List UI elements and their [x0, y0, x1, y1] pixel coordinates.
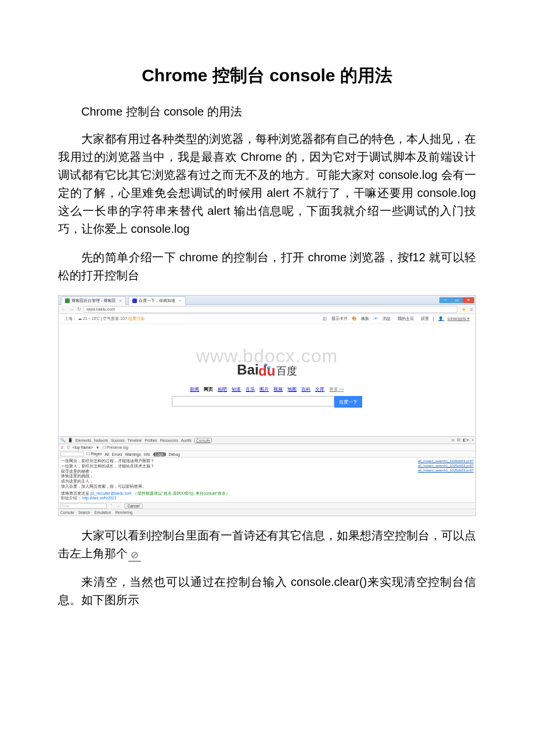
devtools-tab[interactable]: Profiles	[145, 438, 157, 442]
find-bar: Find ⌃ ⌄ Cancel	[59, 502, 475, 509]
screenshot-figure: 博客园后台管理 - 博客园 × 百度一下，你就知道 × ─ ▭ ✕ ← → ↻ …	[58, 295, 476, 516]
filter-debug[interactable]: Debug	[169, 452, 180, 456]
filter-input[interactable]	[60, 452, 84, 456]
devtools-tab[interactable]: Network	[94, 438, 108, 442]
devtools-tab[interactable]: Elements	[75, 438, 91, 442]
source-link[interactable]: all_instant_search1_1025db53.js:87	[407, 468, 474, 473]
close-tab-icon[interactable]: ×	[119, 298, 122, 303]
console-body: 一张网页，要经历怎样的过程，才能抵达用户面前？ 一位新人，要经历怎样的成长，才能…	[59, 458, 475, 502]
device-icon[interactable]: 📱	[68, 438, 73, 442]
drawer-tab[interactable]: Search	[78, 510, 91, 514]
job-link[interactable]: http://dwz.cn/hr2013	[82, 496, 117, 500]
frame-select[interactable]: <top frame>	[73, 445, 93, 449]
filter-warnings[interactable]: Warnings	[125, 452, 141, 456]
regex-checkbox[interactable]: ☐ Regex	[86, 452, 102, 456]
devtools-tab[interactable]: Resources	[160, 438, 178, 442]
weather-info: 上海： ☁ 21～16℃ | 空气质量:107 轻度污染	[64, 316, 145, 322]
preserve-log-checkbox[interactable]: ☐ Preserve log	[103, 445, 128, 450]
menu-icon[interactable]: ≡	[470, 307, 473, 312]
window-buttons: ─ ▭ ✕	[439, 297, 474, 304]
paw-icon: 🐾	[264, 363, 270, 369]
nav-links: 新闻 网页 贴吧 知道 音乐 图片 视频 地图 百科 文库 更多>>	[59, 386, 475, 393]
page-title: Chrome 控制台 console 的用法	[58, 64, 476, 88]
top-link[interactable]: 📧 消息	[373, 316, 391, 321]
drawer-tab[interactable]: Console	[60, 510, 74, 514]
filter-all[interactable]: All	[105, 452, 109, 456]
search-button[interactable]: 百度一下	[334, 396, 362, 408]
drawer-icon[interactable]: ⧉	[452, 438, 454, 442]
nav-link[interactable]: 视频	[273, 386, 283, 393]
close-devtools-icon[interactable]: ×	[471, 438, 474, 442]
close-tab-icon[interactable]: ×	[179, 298, 182, 303]
search-input[interactable]	[172, 396, 334, 406]
gear-icon[interactable]: ⚙	[457, 438, 460, 442]
console-line: 成为这里的主人；	[61, 479, 403, 484]
search-icon[interactable]: 🔍	[60, 438, 65, 442]
drawer-tab[interactable]: Emulation	[94, 510, 111, 514]
devtools-tab[interactable]: Audits	[181, 438, 192, 442]
back-button[interactable]: ←	[61, 307, 67, 312]
nav-link[interactable]: 地图	[287, 386, 297, 393]
top-links: 📰 显示卡片 🎨 换肤 📧 消息 我的主页 设置 | 👤 sdnangela ▾	[319, 316, 470, 322]
minimize-button[interactable]: ─	[439, 297, 451, 303]
drawer-tab[interactable]: Rendering	[115, 510, 132, 514]
paragraph-1: 大家都有用过各种类型的浏览器，每种浏览器都有自己的特色，本人拙见，在我用过的浏览…	[58, 130, 476, 238]
devtools-tabs: 🔍 📱 Elements Network Sources Timeline Pr…	[59, 437, 475, 444]
nav-link[interactable]: 文库	[315, 386, 324, 393]
forward-button[interactable]: →	[68, 307, 74, 312]
filter-info[interactable]: Info	[144, 452, 150, 456]
devtools-panel: 🔍 📱 Elements Network Sources Timeline Pr…	[59, 436, 475, 516]
console-line: 职位介绍： http://dwz.cn/hr2013	[61, 496, 403, 501]
user-link[interactable]: 👤 sdnangela ▾	[438, 316, 470, 321]
browser-tab-2[interactable]: 百度一下，你就知道 ×	[128, 296, 186, 305]
console-line: 请将简历发送至 ps_recruiter@baidu.com （ 邮件标题请以"…	[61, 491, 403, 496]
reload-button[interactable]: ↻	[76, 307, 82, 312]
maximize-button[interactable]: ▭	[451, 297, 463, 303]
find-input[interactable]: Find	[60, 503, 107, 509]
url-text: www.baidu.com	[86, 307, 115, 311]
separator: |	[433, 316, 435, 321]
source-link[interactable]: all_instant_search1_1025db53.js:87	[407, 463, 474, 468]
filter-logs-active[interactable]: Logs	[153, 452, 166, 456]
logo-cn: 百度	[276, 364, 297, 378]
top-link[interactable]: 📰 显示卡片	[322, 316, 348, 321]
devtools-tab-active[interactable]: Console	[194, 438, 212, 443]
paragraph-2: 先的简单介绍一下 chrome 的控制台，打开 chrome 浏览器，按f12 …	[58, 249, 476, 285]
nav-link[interactable]: 知道	[232, 386, 241, 393]
logo-bai: Bai	[237, 362, 258, 378]
dropdown-icon[interactable]: ▼	[96, 445, 99, 449]
source-link[interactable]: all_instant_search1_1025db53.js:87	[407, 459, 474, 463]
nav-link[interactable]: 百科	[301, 386, 311, 393]
email-link[interactable]: ps_recruiter@baidu.com	[91, 491, 132, 495]
page-content: 上海： ☁ 21～16℃ | 空气质量:107 轻度污染 📰 显示卡片 🎨 换肤…	[59, 314, 475, 436]
nav-link-active[interactable]: 网页	[204, 386, 213, 393]
devtools-tab[interactable]: Sources	[111, 438, 125, 442]
devtools-subbar: ⊘ ▽ <top frame> ▼ ☐ Preserve log	[59, 444, 475, 451]
url-input[interactable]: www.baidu.com	[84, 306, 457, 313]
devtools-filter-row: ☐ Regex All Errors Warnings Info Logs De…	[59, 451, 475, 458]
baidu-logo: Bai 🐾 du 百度	[59, 362, 475, 378]
svg-line-1	[133, 553, 137, 557]
console-line: 探寻这里的秘密；	[61, 469, 403, 474]
nav-more[interactable]: 更多>>	[329, 386, 344, 393]
dock-icon[interactable]: ◧▾	[463, 438, 469, 442]
devtools-drawer-tabs: Console Search Emulation Rendering	[59, 509, 475, 516]
top-link[interactable]: 我的主页	[395, 316, 414, 321]
filter-errors[interactable]: Errors	[112, 452, 122, 456]
cancel-button[interactable]: Cancel	[124, 503, 143, 509]
nav-link[interactable]: 贴吧	[218, 386, 227, 393]
bookmark-star-icon[interactable]: ★	[461, 307, 466, 312]
clear-console-icon[interactable]: ⊘	[60, 445, 64, 450]
favicon-icon	[132, 298, 137, 303]
top-link[interactable]: 🎨 换肤	[352, 316, 369, 321]
devtools-tab[interactable]: Timeline	[128, 438, 142, 442]
find-prev-next[interactable]: ⌃ ⌄	[110, 503, 121, 508]
nav-link[interactable]: 音乐	[246, 386, 255, 393]
close-window-button[interactable]: ✕	[463, 297, 474, 303]
filter-icon[interactable]: ▽	[67, 445, 70, 450]
paragraph-3: 大家可以看到控制台里面有一首诗还有其它信息，如果想清空控制台，可以点击左上角那个	[58, 527, 476, 563]
nav-link[interactable]: 新闻	[190, 386, 199, 393]
top-link[interactable]: 设置	[418, 316, 429, 321]
nav-link[interactable]: 图片	[259, 386, 269, 393]
browser-tab-1[interactable]: 博客园后台管理 - 博客园 ×	[61, 296, 126, 305]
